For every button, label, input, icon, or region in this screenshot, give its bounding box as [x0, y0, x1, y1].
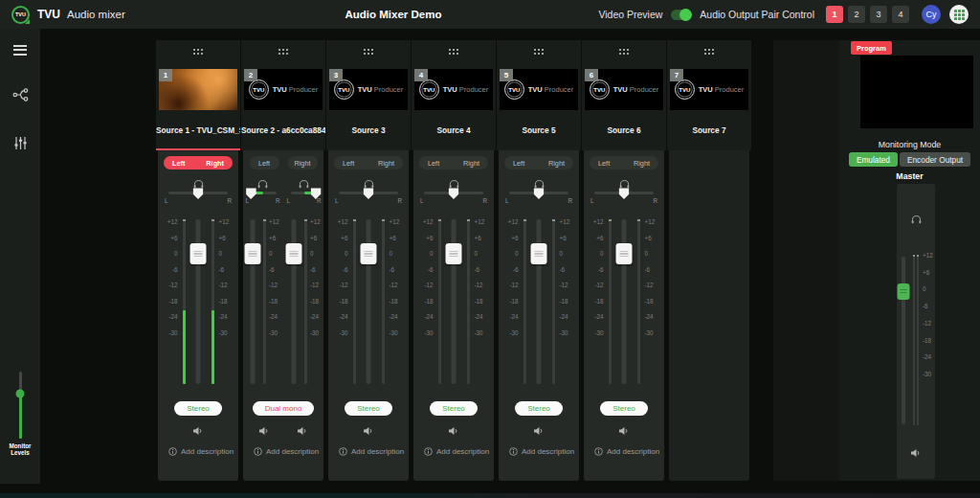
apps-grid-icon[interactable] — [949, 5, 969, 24]
emulated-button[interactable]: Emulated — [849, 152, 898, 167]
headphone-icon[interactable] — [257, 179, 268, 189]
fader-zone: +12+60-6-12-18-24-30+12+60-6-12-18-24-30 — [328, 215, 409, 390]
lr-assign-pill[interactable]: LeftRight — [419, 156, 488, 170]
pan-label-left: L — [287, 197, 291, 204]
channel-fader[interactable] — [616, 215, 633, 388]
pan-group: LR — [328, 179, 409, 204]
lr-assign-pill[interactable]: LeftRight — [164, 156, 233, 170]
pair-buttons: 1234 — [826, 6, 909, 23]
monitor-levels-control — [0, 372, 40, 439]
fader-knob[interactable] — [531, 243, 547, 264]
source-thumbnail[interactable]: 6TVUTVU Producer — [585, 69, 663, 110]
headphone-icon[interactable] — [364, 179, 374, 189]
pan-label-right: R — [227, 197, 232, 204]
source-number-badge: 2 — [244, 69, 257, 81]
channel-fader[interactable] — [531, 215, 547, 388]
channel-fader[interactable] — [286, 215, 301, 388]
drag-handle-icon[interactable] — [582, 40, 666, 56]
channel-fader[interactable] — [245, 215, 260, 388]
routing-button[interactable] — [0, 88, 40, 102]
headphone-icon[interactable] — [449, 179, 459, 189]
right-pill[interactable]: Right — [288, 156, 318, 170]
channel-mode-pill[interactable]: Stereo — [174, 401, 222, 416]
mute-button[interactable] — [258, 426, 270, 436]
pan-slider[interactable] — [291, 192, 318, 194]
pair-button-3[interactable]: 3 — [870, 6, 887, 23]
pan-slider[interactable] — [168, 192, 228, 194]
channel-mode-pill[interactable]: Dual mono — [253, 401, 315, 416]
pan-slider[interactable] — [339, 192, 398, 194]
fader-knob[interactable] — [616, 243, 633, 264]
pan-slider[interactable] — [424, 192, 483, 194]
drag-handle-icon[interactable] — [667, 40, 751, 56]
pan-slider[interactable] — [250, 192, 277, 194]
left-pill[interactable]: Left — [250, 156, 279, 170]
source-thumbnail[interactable]: 5TVUTVU Producer — [500, 69, 578, 110]
drag-handle-icon[interactable] — [156, 40, 240, 56]
source-thumbnail[interactable]: 2TVUTVU Producer — [244, 69, 323, 110]
channel-fader[interactable] — [190, 215, 207, 388]
channel-fader[interactable] — [361, 215, 377, 388]
channel-mode-pill[interactable]: Stereo — [515, 401, 563, 416]
fader-knob[interactable] — [361, 243, 377, 264]
lr-assign-pill[interactable]: LeftRight — [334, 156, 403, 170]
source-thumbnail[interactable]: 3TVUTVU Producer — [329, 69, 408, 110]
mute-button[interactable] — [448, 426, 459, 436]
pair-button-4[interactable]: 4 — [892, 6, 909, 23]
menu-button[interactable] — [0, 42, 40, 57]
source-thumbnail[interactable]: 4TVUTVU Producer — [414, 69, 493, 110]
speaker-icon — [910, 448, 922, 458]
pair-button-1[interactable]: 1 — [826, 6, 843, 23]
headphone-icon[interactable] — [534, 179, 545, 189]
encoder-output-button[interactable]: Encoder Output — [900, 152, 970, 167]
add-description-button[interactable]: Add description — [424, 447, 494, 456]
headphone-icon[interactable] — [193, 179, 204, 189]
channel-header: 1Source 1 - TVU_CSM_SDI — [156, 40, 240, 150]
pan-slider[interactable] — [594, 192, 654, 194]
mute-button[interactable] — [363, 426, 374, 436]
pan-slider[interactable] — [509, 192, 568, 194]
channel-mode-pill[interactable]: Stereo — [430, 401, 478, 416]
tvu-logo-text: TVU — [15, 11, 26, 17]
channel-mode-pill[interactable]: Stereo — [345, 401, 392, 416]
master-headphone-button[interactable] — [897, 215, 935, 224]
pair-button-2[interactable]: 2 — [848, 6, 865, 23]
fader-knob[interactable] — [446, 243, 462, 264]
headphone-icon[interactable] — [299, 179, 309, 189]
headphone-icon[interactable] — [619, 179, 630, 189]
add-description-button[interactable]: Add description — [168, 447, 238, 456]
pan-label-right: R — [653, 197, 657, 204]
add-description-button[interactable]: Add description — [594, 447, 664, 456]
mute-button[interactable] — [192, 426, 204, 436]
master-mute-button[interactable] — [897, 448, 935, 458]
pan-label-left: L — [246, 197, 250, 204]
lr-assign-pill[interactable]: LeftRight — [590, 156, 658, 170]
source-thumbnail[interactable]: 1 — [159, 69, 237, 110]
fader-knob[interactable] — [245, 243, 261, 264]
mixer-button[interactable] — [0, 136, 40, 150]
lr-assign-pill[interactable]: LeftRight — [504, 156, 573, 170]
fader-knob[interactable] — [190, 243, 207, 264]
drag-handle-icon[interactable] — [412, 40, 496, 56]
master-fader-knob[interactable] — [897, 283, 909, 300]
mute-button[interactable] — [618, 426, 630, 436]
monitor-levels-knob[interactable] — [16, 390, 25, 398]
add-description-button[interactable]: Add description — [509, 447, 579, 456]
source-thumbnail[interactable]: 7TVUTVU Producer — [670, 69, 748, 110]
fader-knob[interactable] — [286, 243, 302, 264]
drag-handle-icon[interactable] — [241, 40, 325, 56]
add-description-button[interactable]: Add description — [339, 447, 409, 456]
monitor-levels-slider[interactable] — [19, 372, 22, 439]
channel-fader[interactable] — [446, 215, 462, 388]
mute-button[interactable] — [533, 426, 545, 436]
add-description-button[interactable]: Add description — [254, 447, 323, 456]
video-preview-toggle[interactable] — [671, 10, 691, 20]
pan-label-left: L — [590, 197, 594, 204]
channel-strip-1: 1Source 1 - TVU_CSM_SDILeftRightLR+12+60… — [156, 40, 240, 481]
avatar[interactable]: Cy — [922, 5, 941, 24]
master-fader[interactable] — [897, 249, 909, 431]
drag-handle-icon[interactable] — [326, 40, 411, 56]
drag-handle-icon[interactable] — [497, 40, 581, 56]
channel-mode-pill[interactable]: Stereo — [600, 401, 648, 416]
mute-button[interactable] — [297, 426, 308, 436]
